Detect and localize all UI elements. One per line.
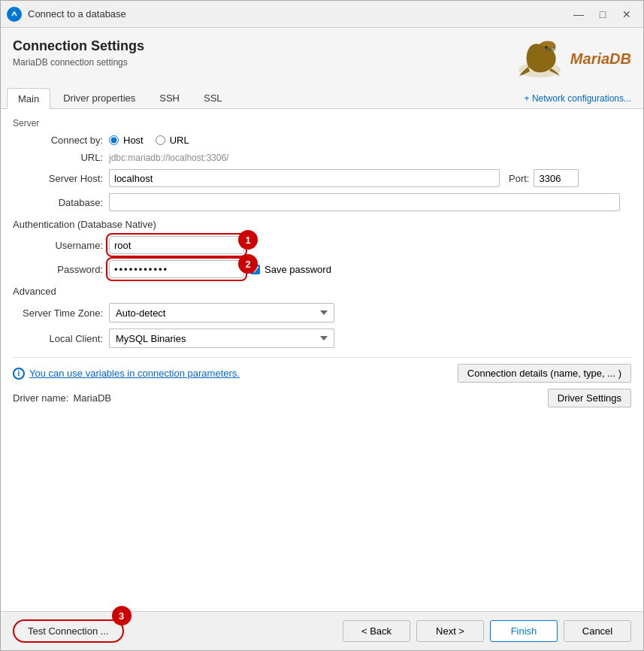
connect-by-label: Connect by: (13, 135, 103, 146)
tab-main[interactable]: Main (7, 88, 50, 109)
host-radio-label: Host (123, 135, 144, 146)
back-button[interactable]: < Back (343, 620, 410, 642)
cancel-button[interactable]: Cancel (564, 620, 631, 642)
username-label: Username: (13, 240, 103, 251)
tab-driver-properties[interactable]: Driver properties (52, 87, 147, 108)
info-link-group: i You can use variables in connection pa… (13, 368, 240, 380)
host-input[interactable] (109, 169, 500, 187)
tabs-bar: Main Driver properties SSH SSL + Network… (1, 87, 643, 109)
driver-name-label: Driver name: (13, 392, 68, 404)
url-value: jdbc:mariadb://localhost:3306/ (109, 153, 228, 163)
timezone-group: Server Time Zone: Auto-detect UTC Americ… (13, 303, 631, 322)
close-button[interactable]: ✕ (616, 4, 637, 25)
password-label: Password: (13, 264, 103, 275)
mariadb-seal-icon (513, 38, 566, 80)
info-row: i You can use variables in connection pa… (13, 357, 631, 383)
main-window: Connect to a database — □ ✕ Connection S… (0, 0, 644, 651)
database-label: Database: (13, 197, 103, 208)
username-group: Username: 1 (13, 236, 631, 254)
timezone-label: Server Time Zone: (13, 307, 103, 319)
test-connection-wrap: Test Connection ... 3 (13, 619, 124, 643)
timezone-select[interactable]: Auto-detect UTC America/New_York Europe/… (109, 303, 334, 322)
tab-ssl[interactable]: SSL (192, 87, 234, 108)
password-input[interactable] (109, 260, 244, 278)
username-input[interactable] (109, 236, 244, 254)
local-client-select[interactable]: MySQL Binaries MariaDB Binaries (109, 329, 334, 348)
auth-section-label: Authentication (Database Native) (13, 219, 631, 230)
host-group: Server Host: Port: (13, 169, 631, 187)
tab-ssh[interactable]: SSH (148, 87, 191, 108)
header-text: Connection Settings MariaDB connection s… (13, 38, 513, 68)
header-title: Connection Settings (13, 38, 513, 54)
main-content: Server Connect by: Host URL URL: jdbc:ma… (1, 109, 643, 611)
finish-button[interactable]: Finish (490, 620, 558, 642)
server-section-label: Server (13, 118, 631, 129)
info-icon: i (13, 368, 25, 380)
password-wrap: 2 (109, 260, 244, 278)
port-input[interactable] (534, 169, 579, 187)
url-radio[interactable] (156, 135, 165, 145)
save-password-group: Save password (250, 264, 331, 275)
driver-row: Driver name: MariaDB Driver Settings (13, 389, 631, 407)
url-group: URL: jdbc:mariadb://localhost:3306/ (13, 152, 631, 163)
network-config-link[interactable]: + Network configurations... (519, 89, 637, 108)
mariadb-logo: MariaDB (513, 38, 631, 80)
variables-link[interactable]: You can use variables in connection para… (29, 368, 240, 379)
password-group: Password: 2 Save password (13, 260, 631, 278)
maximize-button[interactable]: □ (592, 4, 613, 25)
header-subtitle: MariaDB connection settings (13, 57, 513, 68)
test-connection-button[interactable]: Test Connection ... (13, 619, 124, 643)
window-title: Connect to a database (28, 8, 568, 20)
database-input[interactable] (109, 193, 620, 211)
local-client-label: Local Client: (13, 333, 103, 344)
window-controls: — □ ✕ (568, 4, 637, 25)
host-radio-group[interactable]: Host (109, 135, 144, 146)
driver-name-value: MariaDB (73, 392, 111, 404)
username-wrap: 1 (109, 236, 244, 254)
title-bar: Connect to a database — □ ✕ (1, 1, 643, 28)
url-radio-label: URL (170, 135, 189, 146)
footer: Test Connection ... 3 < Back Next > Fini… (1, 611, 643, 650)
app-icon (7, 7, 22, 22)
header-section: Connection Settings MariaDB connection s… (1, 28, 643, 87)
save-password-checkbox[interactable] (250, 265, 260, 274)
next-button[interactable]: Next > (416, 620, 484, 642)
url-label: URL: (13, 152, 103, 163)
driver-settings-button[interactable]: Driver Settings (548, 389, 631, 407)
mariadb-brand-text: MariaDB (570, 50, 631, 68)
connect-by-group: Connect by: Host URL (13, 135, 631, 146)
save-password-label: Save password (265, 264, 331, 275)
port-label: Port: (509, 173, 529, 184)
url-radio-group[interactable]: URL (156, 135, 189, 146)
minimize-button[interactable]: — (568, 4, 589, 25)
local-client-group: Local Client: MySQL Binaries MariaDB Bin… (13, 329, 631, 348)
advanced-section-label: Advanced (13, 286, 631, 297)
database-group: Database: (13, 193, 631, 211)
host-radio[interactable] (109, 135, 119, 145)
host-label: Server Host: (13, 173, 103, 184)
connection-details-button[interactable]: Connection details (name, type, ... ) (458, 364, 631, 383)
